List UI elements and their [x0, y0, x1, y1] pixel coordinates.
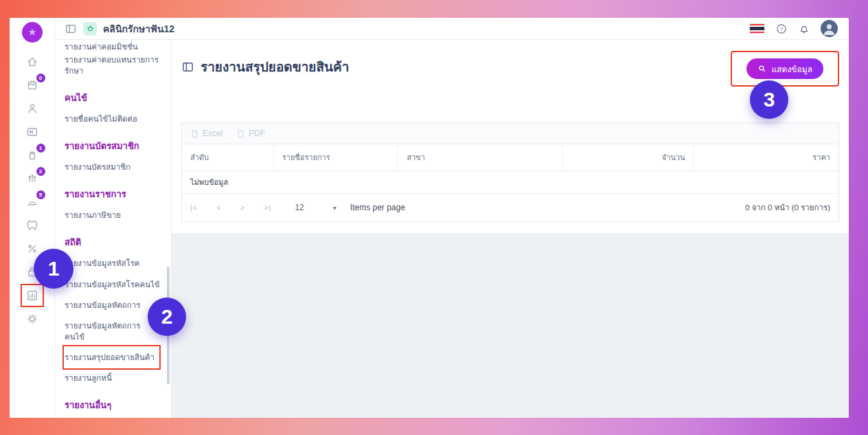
- sidebar-item-debtor-report[interactable]: รายงานลูกหนี้: [65, 368, 163, 388]
- excel-file-icon: [190, 129, 199, 138]
- sidebar-section-government-reports: รายงานราชการ: [65, 177, 163, 205]
- chevron-down-icon: ▾: [333, 204, 336, 212]
- rail-item-member-card[interactable]: [24, 124, 41, 140]
- rail-item-home[interactable]: [24, 54, 41, 70]
- sidebar-item-sales-tax-report[interactable]: รายงานภาษีขาย: [65, 205, 163, 225]
- report-table-card: Excel PDF ลำดับ รายชื่อรายการ สาขา จำนวน…: [181, 122, 839, 222]
- sidebar-item-doctor-staff-names[interactable]: ชื่อแพทย์และพนักงาน: [65, 416, 163, 418]
- sidebar-item-commission-report[interactable]: รายงานค่าคอมมิชชั่น: [65, 41, 163, 49]
- app-logo[interactable]: [22, 22, 43, 43]
- services-count-badge: 5: [36, 190, 45, 199]
- annotation-step-3-badge: 3: [750, 80, 788, 119]
- person-icon: [821, 20, 838, 37]
- column-header-order[interactable]: ลำดับ: [182, 144, 274, 170]
- column-header-item-name[interactable]: รายชื่อรายการ: [274, 144, 399, 170]
- page-size-value: 12: [295, 203, 304, 212]
- column-header-price[interactable]: ราคา: [694, 144, 838, 170]
- column-header-branch[interactable]: สาขา: [398, 144, 562, 170]
- thai-flag-icon[interactable]: [749, 23, 765, 34]
- sidebar-section-statistics: สถิติ: [65, 225, 163, 253]
- gear-icon: [25, 312, 39, 326]
- table-empty-state: ไม่พบข้อมูล: [182, 171, 838, 194]
- rail-item-promotions[interactable]: [24, 241, 41, 257]
- clinic-name: คลินิกรักษาฟัน12: [103, 21, 174, 36]
- rail-item-medicine[interactable]: 1: [24, 147, 41, 164]
- show-data-button[interactable]: แสดงข้อมูล: [746, 58, 823, 79]
- pdf-file-icon: [236, 129, 245, 138]
- sidebar-item-patient-disease-code-report[interactable]: รายงานข้อมูลรหัสโรคคนไข้: [65, 274, 163, 295]
- icon-rail: 0 1 2 5: [10, 18, 55, 418]
- star-icon: [27, 27, 38, 38]
- main-content: รายงานสรุปยอดขายสินค้า แสดงข้อมูล Excel: [172, 40, 849, 418]
- bar-chart-icon: [25, 289, 39, 302]
- home-icon: [25, 55, 39, 69]
- top-header-bar: คลินิกรักษาฟัน12 ?: [55, 18, 849, 40]
- rail-item-reports[interactable]: [24, 287, 41, 304]
- search-icon: [757, 64, 767, 74]
- rail-item-patients[interactable]: [24, 100, 41, 117]
- rail-item-services[interactable]: 5: [24, 194, 41, 210]
- bell-icon[interactable]: [798, 23, 810, 35]
- next-page-button[interactable]: >: [240, 203, 245, 212]
- sidebar-item-treatment-compensation-report[interactable]: รายงานค่าตอบแทนรายการรักษา: [65, 49, 163, 81]
- sidebar-item-disease-code-report[interactable]: รายงานข้อมูลรหัสโรค: [65, 253, 163, 274]
- reports-sidebar: รายงานค่าคอมมิชชั่น รายงานค่าตอบแทนรายกา…: [55, 40, 172, 418]
- appointments-count-badge: 0: [36, 74, 45, 82]
- export-pdf-button[interactable]: PDF: [236, 129, 265, 138]
- sidebar-item-uncontacted-patients[interactable]: รายชื่อคนไข้ไม่ติดต่อ: [65, 109, 163, 129]
- user-avatar[interactable]: [821, 20, 838, 37]
- medicine-count-badge: 1: [36, 144, 45, 153]
- rail-item-dental[interactable]: [24, 217, 41, 234]
- content-background: [172, 233, 849, 418]
- export-excel-button[interactable]: Excel: [190, 129, 222, 138]
- clinic-home-chip[interactable]: [83, 22, 97, 36]
- prev-page-button[interactable]: <: [216, 203, 221, 212]
- rail-item-instruments[interactable]: 2: [24, 170, 41, 187]
- table-header-row: ลำดับ รายชื่อรายการ สาขา จำนวน ราคา: [182, 144, 838, 171]
- panel-toggle-icon[interactable]: [65, 23, 77, 35]
- help-icon[interactable]: ?: [775, 23, 788, 35]
- tooth-icon: [25, 219, 39, 232]
- rail-item-settings[interactable]: [24, 311, 41, 327]
- annotation-box-show-data: แสดงข้อมูล: [731, 51, 839, 87]
- page-title: รายงานสรุปยอดขายสินค้า: [181, 51, 349, 77]
- sidebar-item-product-sales-summary-report[interactable]: รายงานสรุปยอดขายสินค้า: [65, 347, 159, 368]
- sidebar-section-other-reports: รายงานอื่นๆ: [65, 388, 163, 416]
- member-card-icon: [25, 125, 39, 139]
- pagination-bar: |< < > >| 12 ▾ Items per page 0 จาก 0 หน…: [182, 194, 838, 221]
- app-window: 0 1 2 5: [10, 18, 849, 418]
- annotation-step-1-badge: 1: [34, 249, 73, 289]
- sidebar-section-member-card-reports: รายงานบัตรสมาชิก: [65, 129, 163, 157]
- home-icon: [86, 24, 95, 33]
- rail-item-appointments[interactable]: 0: [24, 77, 41, 93]
- pagination-summary: 0 จาก 0 หน้า (0 รายการ): [745, 201, 830, 214]
- percent-icon: [25, 242, 39, 256]
- page-size-dropdown[interactable]: 12 ▾: [295, 203, 336, 212]
- first-page-button[interactable]: |<: [190, 203, 198, 212]
- svg-text:?: ?: [780, 25, 784, 32]
- export-toolbar: Excel PDF: [182, 123, 838, 144]
- person-icon: [25, 102, 39, 115]
- instruments-count-badge: 2: [36, 167, 45, 176]
- column-header-quantity[interactable]: จำนวน: [562, 144, 694, 170]
- last-page-button[interactable]: >|: [264, 203, 271, 212]
- items-per-page-label: Items per page: [350, 203, 405, 212]
- sidebar-section-patients: คนไข้: [65, 81, 163, 109]
- sidebar-item-member-card-report[interactable]: รายงานบัตรสมาชิก: [65, 157, 163, 177]
- annotation-step-2-badge: 2: [148, 298, 186, 336]
- panel-icon: [181, 60, 194, 74]
